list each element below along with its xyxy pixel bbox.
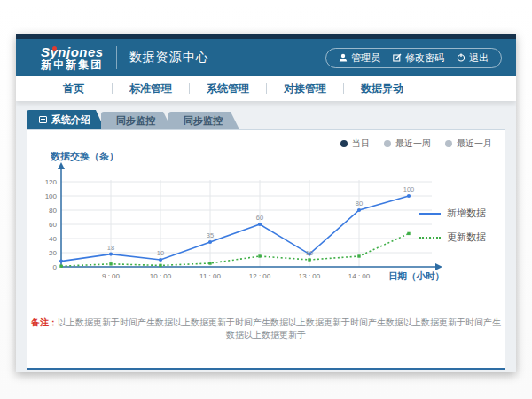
user-icon xyxy=(339,53,348,62)
y-tick-label: 120 xyxy=(45,178,58,186)
chart-legend: 新增数据 更新数据 xyxy=(419,207,497,244)
radio-dot-icon xyxy=(340,140,348,147)
data-point xyxy=(109,253,113,256)
nav-item-home[interactable]: 首页 xyxy=(35,82,112,97)
data-point-label: 10 xyxy=(157,249,164,257)
data-point xyxy=(159,264,161,267)
data-point xyxy=(258,223,262,226)
nav-item-system-mgmt[interactable]: 系统管理 xyxy=(190,82,266,97)
y-tick-label: 40 xyxy=(49,235,57,243)
chart-panel: 当日 最近一周 最近一月 数据交换（条） 0204060801001209 : … xyxy=(27,129,505,370)
y-axis-title: 数据交换（条） xyxy=(51,150,119,163)
filter-last-week[interactable]: 最近一周 xyxy=(384,137,431,150)
dotted-line-icon xyxy=(419,237,441,239)
y-tick-label: 80 xyxy=(49,207,57,215)
y-tick-label: 0 xyxy=(53,263,58,271)
tab-bar: 系统介绍 同步监控 同步监控 xyxy=(27,110,516,129)
document-icon xyxy=(39,116,47,123)
tab-system-intro[interactable]: 系统介绍 xyxy=(27,110,105,129)
data-point xyxy=(308,258,310,261)
data-point xyxy=(208,240,212,244)
range-filter-group: 当日 最近一周 最近一月 xyxy=(340,137,492,150)
footnote-text: 以上数据更新于时间产生数据以上数据更新于时间产生数据以上数据更新于时间产生数据以… xyxy=(58,317,501,340)
y-tick-label: 60 xyxy=(49,221,57,229)
nav-item-interface-mgmt[interactable]: 对接管理 xyxy=(267,82,343,97)
edit-icon xyxy=(393,53,402,62)
tab-sync-monitor-2[interactable]: 同步监控 xyxy=(168,112,239,129)
data-point xyxy=(357,254,360,257)
header-divider xyxy=(116,46,117,69)
change-password-button[interactable]: 修改密码 xyxy=(393,51,444,65)
logo-text-cn: 新中新集团 xyxy=(41,59,104,71)
user-toolbar: 管理员 修改密码 退出 xyxy=(325,48,502,68)
line-chart: 0204060801001209 : 0010 : 0011 : 0012 : … xyxy=(38,162,446,286)
data-point xyxy=(59,260,63,263)
y-tick-label: 20 xyxy=(49,249,57,257)
chart-area: 0204060801001209 : 0010 : 0011 : 0012 : … xyxy=(38,162,446,290)
data-point xyxy=(159,258,162,262)
nav-item-standard-mgmt[interactable]: 标准管理 xyxy=(113,82,189,97)
x-tick-label: 14 : 00 xyxy=(348,272,371,280)
filter-today[interactable]: 当日 xyxy=(340,137,370,150)
legend-entry-updated-data: 更新数据 xyxy=(419,231,497,244)
data-point xyxy=(407,194,411,198)
data-point xyxy=(258,254,261,257)
tab-sync-monitor-1[interactable]: 同步监控 xyxy=(101,112,172,129)
solid-line-icon xyxy=(419,213,441,215)
current-user-button[interactable]: 管理员 xyxy=(339,51,380,65)
nav-item-data-change[interactable]: 数据异动 xyxy=(344,82,420,97)
x-axis-arrow-icon xyxy=(435,263,442,270)
x-tick-label: 13 : 00 xyxy=(299,272,321,280)
x-tick-label: 11 : 00 xyxy=(200,272,221,280)
x-tick-label: 10 : 00 xyxy=(150,272,172,280)
data-point-label: 18 xyxy=(107,244,114,252)
data-point xyxy=(208,262,211,264)
x-tick-label: 9 : 00 xyxy=(102,272,121,280)
data-point xyxy=(357,208,361,212)
x-axis-title: 日期（小时） xyxy=(388,270,444,282)
logo-red-dot-icon xyxy=(52,46,57,51)
x-tick-label: 12 : 00 xyxy=(249,272,271,280)
app-header: Synjones 新中新集团 数据资源中心 管理员 修改密码 退出 xyxy=(16,39,516,76)
data-point-label: 80 xyxy=(356,200,363,207)
data-point xyxy=(109,262,112,265)
main-nav: 首页 标准管理 系统管理 对接管理 数据异动 xyxy=(16,76,516,101)
page-title: 数据资源中心 xyxy=(129,50,209,66)
data-point-label: 35 xyxy=(207,231,214,239)
radio-dot-icon xyxy=(384,140,391,147)
y-tick-label: 100 xyxy=(45,192,58,200)
logo-text-en: Synjones xyxy=(41,45,104,59)
screenshot-canvas: Synjones 新中新集团 数据资源中心 管理员 修改密码 退出 xyxy=(0,0,532,399)
footnote-prefix: 备注： xyxy=(31,317,58,327)
data-point-label: 10 xyxy=(306,249,313,257)
app-window: Synjones 新中新集团 数据资源中心 管理员 修改密码 退出 xyxy=(16,34,516,372)
logout-button[interactable]: 退出 xyxy=(457,51,489,65)
filter-last-month[interactable]: 最近一月 xyxy=(445,137,492,150)
legend-entry-new-data: 新增数据 xyxy=(419,207,497,220)
data-point xyxy=(59,265,62,268)
radio-dot-icon xyxy=(445,140,452,147)
y-axis-arrow-icon xyxy=(58,162,65,169)
brand-logo: Synjones 新中新集团 xyxy=(41,45,104,70)
data-point-label: 60 xyxy=(256,214,263,222)
data-point xyxy=(407,232,410,235)
data-point-label: 100 xyxy=(403,185,415,193)
power-icon xyxy=(457,53,466,62)
footnote: 备注：以上数据更新于时间产生数据以上数据更新于时间产生数据以上数据更新于时间产生… xyxy=(27,317,505,341)
